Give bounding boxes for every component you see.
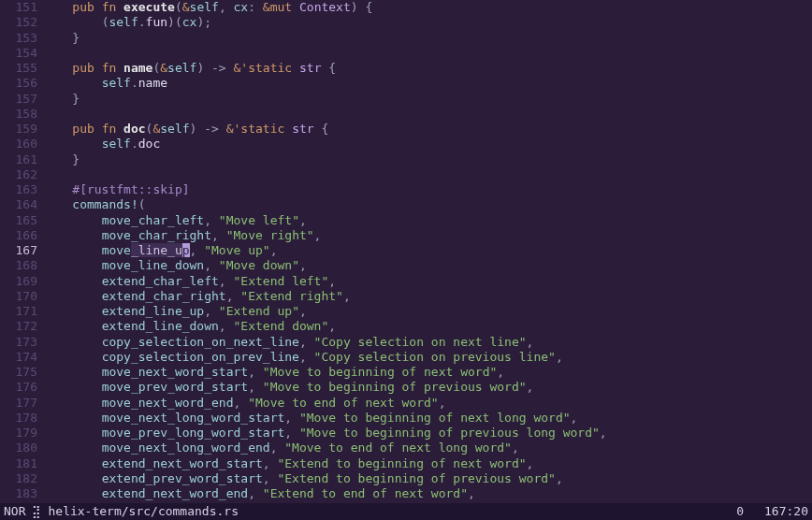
code-line[interactable] <box>43 46 812 61</box>
code-line[interactable]: move_prev_word_start, "Move to beginning… <box>43 380 812 395</box>
line-number: 160 <box>0 137 37 152</box>
code-line[interactable]: } <box>43 92 812 107</box>
line-number: 164 <box>0 197 37 212</box>
code-line[interactable]: self.doc <box>43 137 812 152</box>
line-number: 176 <box>0 380 37 395</box>
code-line[interactable]: #[rustfmt::skip] <box>43 182 812 197</box>
code-line[interactable]: commands!( <box>43 197 812 212</box>
line-number: 152 <box>0 15 37 30</box>
code-line[interactable]: extend_line_down, "Extend down", <box>43 319 812 334</box>
code-line[interactable]: self.name <box>43 76 812 91</box>
code-line[interactable]: extend_char_left, "Extend left", <box>43 274 812 289</box>
diagnostic-count: 0 <box>736 504 744 519</box>
code-area[interactable]: pub fn execute(&self, cx: &mut Context) … <box>43 0 812 503</box>
code-line[interactable]: pub fn name(&self) -> &'static str { <box>43 61 812 76</box>
line-number: 183 <box>0 486 37 501</box>
line-number: 173 <box>0 335 37 350</box>
code-line[interactable]: move_next_long_word_end, "Move to end of… <box>43 441 812 455</box>
code-line[interactable]: move_char_right, "Move right", <box>43 228 812 243</box>
line-number: 163 <box>0 182 37 197</box>
code-line[interactable]: copy_selection_on_next_line, "Copy selec… <box>43 335 812 350</box>
code-line[interactable]: (self.fun)(cx); <box>43 15 812 30</box>
line-number: 157 <box>0 92 37 107</box>
status-bar: NOR ⣽ helix-term/src/commands.rs 0 167:2… <box>0 503 812 520</box>
spinner-icon: ⣽ <box>29 504 42 519</box>
line-number: 158 <box>0 107 37 122</box>
code-line[interactable]: pub fn doc(&self) -> &'static str { <box>43 122 812 137</box>
code-line[interactable]: move_line_up, "Move up", <box>43 243 812 258</box>
line-number-gutter: 1511521531541551561571581591601611621631… <box>0 0 43 503</box>
code-line[interactable]: pub fn execute(&self, cx: &mut Context) … <box>43 0 812 15</box>
code-line[interactable]: move_char_left, "Move left", <box>43 213 812 228</box>
line-number: 170 <box>0 289 37 304</box>
editor-viewport[interactable]: 1511521531541551561571581591601611621631… <box>0 0 812 503</box>
line-number: 169 <box>0 274 37 289</box>
line-number: 179 <box>0 426 37 441</box>
code-line[interactable]: move_next_word_start, "Move to beginning… <box>43 365 812 380</box>
line-number: 171 <box>0 304 37 319</box>
line-number: 167 <box>0 243 37 258</box>
line-number: 155 <box>0 61 37 76</box>
line-number: 181 <box>0 456 37 471</box>
file-path: helix-term/src/commands.rs <box>48 504 239 519</box>
code-line[interactable]: move_next_word_end, "Move to end of next… <box>43 396 812 411</box>
line-number: 156 <box>0 76 37 91</box>
code-line[interactable]: } <box>43 31 812 46</box>
line-number: 154 <box>0 46 37 61</box>
code-line[interactable]: extend_line_up, "Extend up", <box>43 304 812 319</box>
code-line[interactable] <box>43 167 812 182</box>
code-line[interactable]: move_line_down, "Move down", <box>43 258 812 273</box>
line-number: 175 <box>0 365 37 380</box>
line-number: 182 <box>0 471 37 486</box>
line-number: 172 <box>0 319 37 334</box>
line-number: 161 <box>0 152 37 167</box>
line-number: 178 <box>0 411 37 426</box>
line-number: 174 <box>0 350 37 365</box>
line-number: 166 <box>0 228 37 243</box>
code-line[interactable]: } <box>43 152 812 167</box>
code-line[interactable]: move_prev_long_word_start, "Move to begi… <box>43 426 812 441</box>
mode-indicator: NOR <box>4 504 25 519</box>
code-line[interactable] <box>43 107 812 122</box>
code-line[interactable]: extend_char_right, "Extend right", <box>43 289 812 304</box>
code-line[interactable]: copy_selection_on_prev_line, "Copy selec… <box>43 350 812 365</box>
line-number: 153 <box>0 31 37 46</box>
line-number: 165 <box>0 213 37 228</box>
line-number: 168 <box>0 258 37 273</box>
code-line[interactable]: move_next_long_word_start, "Move to begi… <box>43 411 812 426</box>
cursor-position: 167:20 <box>764 504 808 519</box>
line-number: 177 <box>0 396 37 411</box>
code-line[interactable]: extend_next_word_end, "Extend to end of … <box>43 486 812 501</box>
code-line[interactable]: extend_prev_word_start, "Extend to begin… <box>43 471 812 486</box>
line-number: 162 <box>0 167 37 182</box>
code-line[interactable]: extend_next_word_start, "Extend to begin… <box>43 456 812 471</box>
line-number: 159 <box>0 122 37 137</box>
line-number: 151 <box>0 0 37 15</box>
line-number: 180 <box>0 441 37 455</box>
